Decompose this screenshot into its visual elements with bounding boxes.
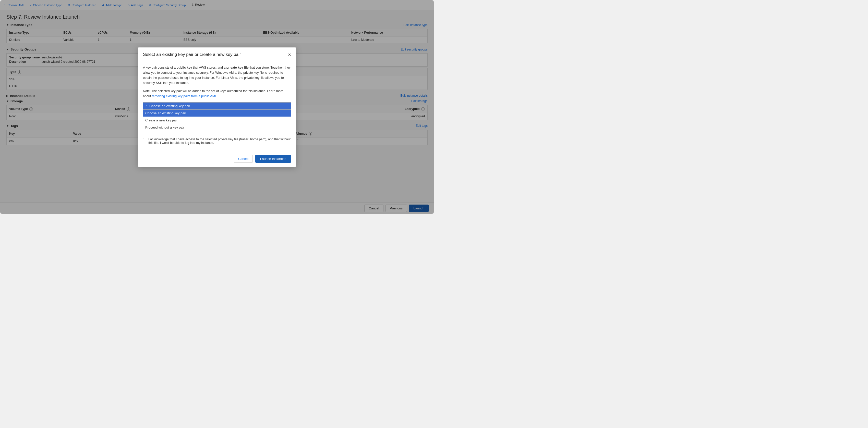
key-pair-modal: Select an existing key pair or create a … [138, 47, 296, 167]
keypair-dropdown-container: ✓ Choose an existing key pair Choose an … [143, 102, 291, 131]
acknowledge-checkbox[interactable] [143, 138, 146, 141]
dropdown-selected-label: Choose an existing key pair [149, 104, 190, 108]
modal-overlay: Select an existing key pair or create a … [0, 0, 434, 214]
modal-cancel-button[interactable]: Cancel [234, 155, 253, 163]
acknowledge-row: I acknowledge that I have access to the … [143, 135, 291, 144]
keypair-dropdown-selected[interactable]: ✓ Choose an existing key pair [143, 102, 291, 109]
dropdown-option-none[interactable]: Proceed without a key pair [143, 124, 291, 131]
keypair-dropdown-options: Choose an existing key pair Create a new… [143, 109, 291, 131]
modal-footer: Cancel Launch Instances [138, 152, 296, 167]
modal-description: A key pair consists of a public key that… [143, 65, 291, 86]
checkmark-icon: ✓ [145, 104, 148, 108]
modal-launch-button[interactable]: Launch Instances [255, 155, 291, 163]
acknowledge-text: I acknowledge that I have access to the … [148, 137, 291, 144]
dropdown-option-new[interactable]: Create a new key pair [143, 117, 291, 124]
modal-note: Note: The selected key pair will be adde… [143, 89, 291, 99]
remove-keypairs-link[interactable]: removing existing key pairs from a publi… [152, 94, 216, 98]
dropdown-option-existing[interactable]: Choose an existing key pair [143, 110, 291, 117]
modal-title: Select an existing key pair or create a … [143, 52, 241, 57]
app-window: 1. Choose AMI 2. Choose Instance Type 3.… [0, 0, 434, 214]
modal-body: A key pair consists of a public key that… [138, 61, 296, 152]
modal-close-button[interactable]: × [288, 52, 291, 57]
modal-header: Select an existing key pair or create a … [138, 47, 296, 61]
